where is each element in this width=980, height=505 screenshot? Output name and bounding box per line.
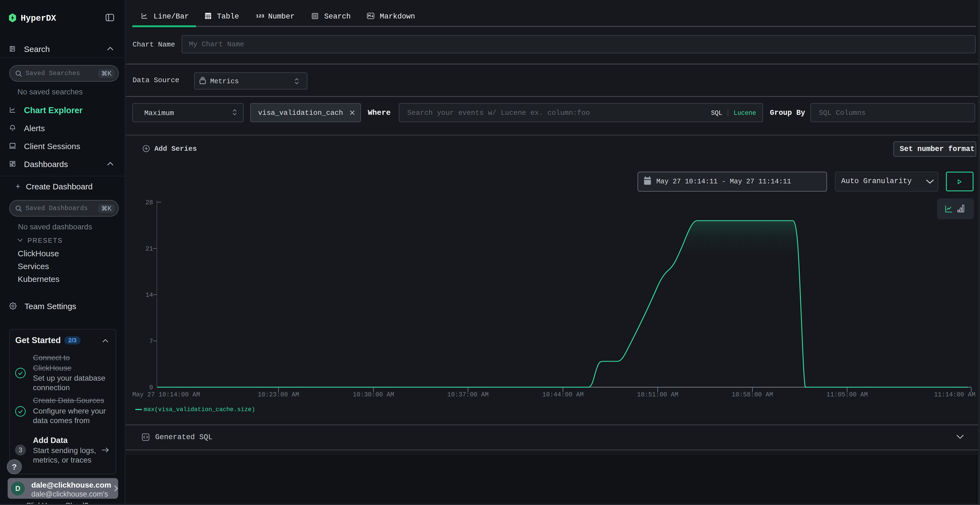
- svg-text:10:30:00 AM: 10:30:00 AM: [353, 391, 394, 399]
- svg-text:10:37:00 AM: 10:37:00 AM: [447, 391, 488, 399]
- svg-text:10:44:00 AM: 10:44:00 AM: [542, 391, 584, 399]
- svg-text:11:05:00 AM: 11:05:00 AM: [826, 391, 868, 399]
- svg-text:11:14:00 AM: 11:14:00 AM: [934, 391, 975, 399]
- svg-text:14: 14: [145, 292, 153, 299]
- svg-text:0: 0: [149, 384, 153, 391]
- svg-text:May 27 10:14:00 AM: May 27 10:14:00 AM: [132, 391, 200, 399]
- svg-text:10:23:00 AM: 10:23:00 AM: [258, 391, 299, 399]
- svg-text:21: 21: [145, 245, 153, 252]
- svg-text:7: 7: [149, 338, 153, 345]
- svg-text:28: 28: [145, 199, 153, 206]
- svg-text:10:51:00 AM: 10:51:00 AM: [637, 391, 678, 399]
- svg-text:10:58:00 AM: 10:58:00 AM: [732, 391, 773, 399]
